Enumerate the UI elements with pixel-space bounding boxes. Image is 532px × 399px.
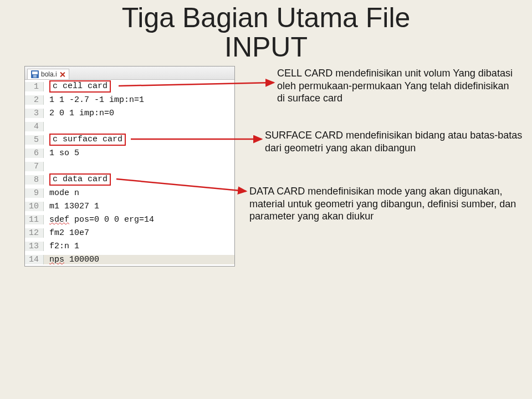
file-tab[interactable]: bola.i [27, 69, 69, 79]
code-text: sdef pos=0 0 0 erg=14 [44, 215, 234, 224]
close-icon[interactable] [59, 71, 65, 78]
line-number: 11 [25, 215, 44, 224]
code-text: nps 100000 [44, 255, 234, 264]
line-number: 2 [25, 95, 44, 105]
code-text: fm2 10e7 [44, 228, 234, 238]
code-line: 11sdef pos=0 0 0 erg=14 [25, 213, 234, 226]
code-text: 1 1 -2.7 -1 imp:n=1 [44, 95, 234, 105]
line-number: 6 [25, 149, 44, 158]
slide-title: Tiga Bagian Utama File INPUT [0, 0, 532, 66]
line-number: 1 [25, 82, 44, 91]
editor-tabbar: bola.i [25, 66, 234, 80]
code-text: 1 so 5 [44, 149, 234, 158]
title-line-2: INPUT [224, 32, 308, 63]
code-line: 14nps 100000 [25, 253, 234, 266]
code-line: 61 so 5 [25, 146, 234, 160]
spellcheck-squiggle: sdef [49, 215, 69, 224]
line-number: 14 [25, 255, 44, 264]
code-line: 21 1 -2.7 -1 imp:n=1 [25, 93, 234, 106]
code-line: 5c surface card [25, 133, 234, 146]
code-line: 1c cell card [25, 80, 234, 93]
line-number: 10 [25, 202, 44, 211]
file-tab-label: bola.i [41, 70, 57, 78]
data-card-highlight: c data card [49, 173, 111, 186]
code-text: f2:n 1 [44, 242, 234, 251]
line-number: 9 [25, 188, 44, 198]
code-line: 4 [25, 120, 234, 133]
cell-card-highlight: c cell card [49, 80, 111, 93]
code-line: 8c data card [25, 173, 234, 186]
code-line: 12fm2 10e7 [25, 226, 234, 239]
code-line: 9mode n [25, 186, 234, 200]
spellcheck-squiggle: nps [49, 255, 64, 264]
code-line: 10m1 13027 1 [25, 200, 234, 213]
content-area: bola.i 1c cell card 21 1 -2.7 -1 imp:n=1… [0, 66, 532, 376]
code-text: mode n [44, 188, 234, 198]
line-number: 3 [25, 109, 44, 118]
code-text: 2 0 1 imp:n=0 [44, 109, 234, 118]
save-icon [31, 70, 39, 78]
line-number: 4 [25, 122, 44, 131]
code-line: 32 0 1 imp:n=0 [25, 106, 234, 120]
line-number: 8 [25, 175, 44, 185]
code-lines: 1c cell card 21 1 -2.7 -1 imp:n=1 32 0 1… [25, 80, 234, 266]
title-line-1: Tiga Bagian Utama File [122, 2, 411, 33]
surface-card-highlight: c surface card [49, 134, 126, 146]
code-line: 13f2:n 1 [25, 239, 234, 253]
line-number: 7 [25, 162, 44, 171]
code-editor: bola.i 1c cell card 21 1 -2.7 -1 imp:n=1… [24, 66, 235, 267]
annotation-cell: CELL CARD mendefinisikan unit volum Yang… [277, 67, 515, 105]
line-number: 12 [25, 228, 44, 238]
code-line: 7 [25, 160, 234, 173]
annotation-data: DATA CARD mendefinisikan mode yang akan … [249, 185, 521, 223]
line-number: 13 [25, 242, 44, 251]
line-number: 5 [25, 135, 44, 145]
code-text: m1 13027 1 [44, 202, 234, 211]
annotation-surface: SURFACE CARD mendefinisikan bidang atau … [265, 129, 525, 154]
